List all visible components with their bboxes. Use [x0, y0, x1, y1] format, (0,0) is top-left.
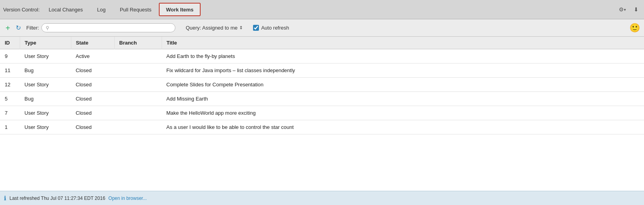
table-row[interactable]: 12User StoryClosedComplete Slides for Co… — [0, 78, 644, 92]
table-row[interactable]: 7User StoryClosedMake the HelloWorld app… — [0, 106, 644, 120]
cell-state: Active — [71, 49, 114, 63]
cell-id: 9 — [0, 49, 20, 63]
cell-title: Add Earth to the fly-by planets — [162, 49, 644, 63]
download-button[interactable]: ⬇ — [631, 5, 641, 14]
filter-input-wrap: ⚲ — [41, 23, 175, 32]
table-row[interactable]: 1User StoryClosedAs a user I would like … — [0, 120, 644, 134]
cell-state: Closed — [71, 120, 114, 134]
cell-id: 12 — [0, 78, 20, 92]
cell-title: Add Missing Earth — [162, 92, 644, 106]
tab-local-changes[interactable]: Local Changes — [42, 3, 90, 16]
add-button[interactable]: + — [4, 23, 12, 33]
cell-branch — [114, 120, 162, 134]
table-row[interactable]: 5BugClosedAdd Missing Earth — [0, 92, 644, 106]
cell-id: 1 — [0, 120, 20, 134]
query-arrow-icon: ⇕ — [239, 25, 243, 30]
auto-refresh-wrap: Auto refresh — [253, 25, 289, 31]
cell-type: Bug — [20, 92, 71, 106]
query-selector[interactable]: Query: Assigned to me ⇕ — [186, 25, 243, 31]
cell-branch — [114, 106, 162, 120]
cell-id: 11 — [0, 63, 20, 78]
filter-input[interactable] — [52, 25, 171, 31]
col-header-state: State — [71, 37, 114, 49]
main-content: + ↻ Filter: ⚲ Query: Assigned to me ⇕ Au… — [0, 19, 644, 205]
table-body: 9User StoryActiveAdd Earth to the fly-by… — [0, 49, 644, 134]
toolbar-right: 🙂 — [629, 23, 640, 33]
col-header-type: Type — [20, 37, 71, 49]
download-icon: ⬇ — [634, 6, 638, 13]
cell-branch — [114, 78, 162, 92]
cell-id: 5 — [0, 92, 20, 106]
gear-icon: ⚙ — [619, 6, 624, 13]
cell-title: Make the HelloWorld app more exciting — [162, 106, 644, 120]
status-bar: ℹ Last refreshed Thu Jul 07 11:27:34 EDT… — [0, 191, 644, 205]
cell-title: As a user I would like to be able to con… — [162, 120, 644, 134]
cell-title: Fix wildcard for Java imports – list cla… — [162, 63, 644, 78]
col-header-branch: Branch — [114, 37, 162, 49]
table-row[interactable]: 11BugClosedFix wildcard for Java imports… — [0, 63, 644, 78]
cell-state: Closed — [71, 78, 114, 92]
table-row[interactable]: 9User StoryActiveAdd Earth to the fly-by… — [0, 49, 644, 63]
col-header-title: Title — [162, 37, 644, 49]
col-header-id: ID — [0, 37, 20, 49]
cell-type: User Story — [20, 106, 71, 120]
cell-type: User Story — [20, 49, 71, 63]
filter-label: Filter: — [26, 25, 39, 31]
gear-dropdown-arrow: ▾ — [624, 7, 626, 12]
status-text: Last refreshed Thu Jul 07 11:27:34 EDT 2… — [9, 196, 105, 201]
version-control-label: Version Control: — [3, 7, 40, 13]
cell-title: Complete Slides for Compete Presentation — [162, 78, 644, 92]
cell-branch — [114, 49, 162, 63]
tab-pull-requests[interactable]: Pull Requests — [113, 3, 158, 16]
tab-bar-actions: ⚙ ▾ ⬇ — [616, 5, 641, 14]
search-icon: ⚲ — [46, 25, 49, 31]
cell-id: 7 — [0, 106, 20, 120]
cell-state: Closed — [71, 92, 114, 106]
table-header-row: ID Type State Branch Title — [0, 37, 644, 49]
settings-button[interactable]: ⚙ ▾ — [616, 5, 628, 14]
query-label: Query: Assigned to me — [186, 25, 238, 31]
tab-bar: Version Control: Local Changes Log Pull … — [0, 0, 644, 19]
toolbar: + ↻ Filter: ⚲ Query: Assigned to me ⇕ Au… — [0, 19, 644, 37]
cell-branch — [114, 63, 162, 78]
work-items-table-wrap: ID Type State Branch Title — [0, 37, 644, 191]
refresh-button[interactable]: ↻ — [14, 24, 22, 32]
cell-branch — [114, 92, 162, 106]
tab-log[interactable]: Log — [90, 3, 112, 16]
cell-state: Closed — [71, 106, 114, 120]
auto-refresh-label: Auto refresh — [261, 25, 289, 31]
open-in-browser-link[interactable]: Open in browser... — [108, 196, 147, 201]
info-icon: ℹ — [4, 195, 6, 202]
auto-refresh-checkbox[interactable] — [253, 25, 259, 31]
cell-state: Closed — [71, 63, 114, 78]
cell-type: Bug — [20, 63, 71, 78]
smiley-icon[interactable]: 🙂 — [629, 23, 640, 33]
cell-type: User Story — [20, 78, 71, 92]
work-items-table: ID Type State Branch Title — [0, 37, 644, 134]
cell-type: User Story — [20, 120, 71, 134]
tab-work-items[interactable]: Work Items — [159, 3, 201, 16]
